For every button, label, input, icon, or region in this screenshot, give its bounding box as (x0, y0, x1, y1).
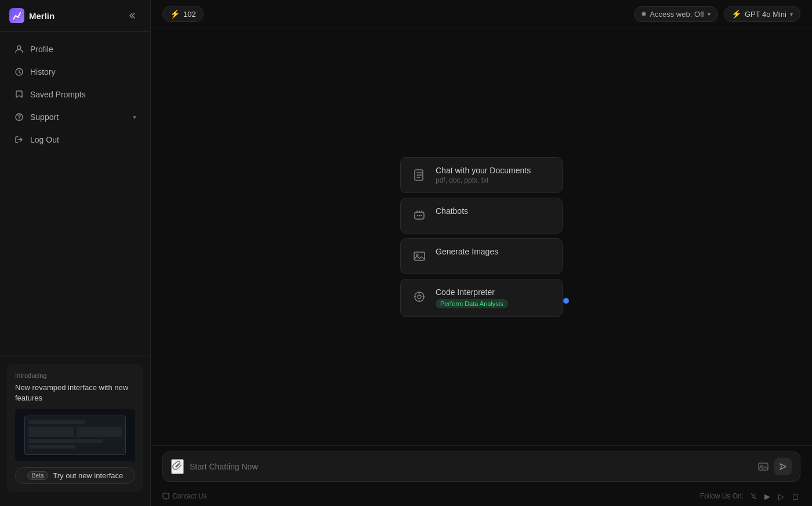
feature-card-badge: Perform Data Analysis (436, 299, 508, 308)
youtube-icon[interactable]: ▶ (762, 491, 773, 501)
attach-button[interactable] (171, 459, 184, 474)
feature-card-code[interactable]: Code Interpreter Perform Data Analysis (400, 279, 563, 317)
feature-card-title: Code Interpreter (436, 287, 553, 297)
intro-title: New revamped interface with new features (15, 383, 135, 403)
feature-card-content: Code Interpreter Perform Data Analysis (436, 287, 553, 308)
svg-rect-14 (759, 463, 768, 470)
chevron-down-icon: ▾ (790, 11, 793, 17)
preview-box (77, 427, 122, 437)
main-bottom (151, 445, 812, 487)
document-icon (410, 166, 429, 184)
social-links: 𝕏 ▶ ▷ ◻ (748, 491, 800, 501)
header-right: Access web: Off ▾ ⚡ GPT 4o Mini ▾ (634, 6, 800, 22)
preview-box (28, 427, 74, 437)
sidebar-item-logout[interactable]: Log Out (5, 129, 146, 151)
sidebar-item-profile[interactable]: Profile (5, 38, 146, 60)
preview-image (15, 409, 135, 461)
main-header: ⚡ 102 Access web: Off ▾ ⚡ GPT 4o Mini ▾ (151, 0, 812, 28)
feature-card-content: Chatbots (436, 206, 553, 216)
contact-label: Contact Us (172, 492, 206, 500)
lightning-icon: ⚡ (170, 9, 180, 19)
support-icon (14, 112, 24, 122)
app-name: Merlin (29, 11, 55, 21)
feature-card-title: Generate Images (436, 247, 553, 256)
twitter-icon[interactable]: 𝕏 (748, 491, 759, 501)
web-toggle-button[interactable]: Access web: Off ▾ (634, 6, 718, 22)
user-icon (14, 44, 24, 54)
sidebar-item-history[interactable]: History (5, 61, 146, 83)
feature-card-content: Chat with your Documents pdf, doc, pptx,… (436, 166, 553, 184)
svg-point-11 (416, 254, 418, 256)
preview-bar (28, 420, 85, 424)
chat-input-row (162, 452, 800, 482)
lightning-icon: ⚡ (731, 9, 741, 19)
follow-label: Follow Us On: (700, 492, 744, 500)
feature-card-title: Chatbots (436, 206, 553, 216)
app-logo: Merlin (9, 8, 55, 23)
sidebar-header: Merlin (0, 0, 150, 32)
chat-input-field[interactable] (190, 462, 752, 471)
svg-point-13 (418, 295, 421, 298)
chatbot-icon (410, 206, 429, 225)
sidebar-item-label: Log Out (30, 135, 136, 144)
sidebar-nav: Profile History Saved Prompts (0, 32, 150, 356)
sidebar-item-label: Support (30, 112, 127, 122)
preview-line-sm (28, 445, 75, 449)
image-icon (410, 247, 429, 265)
contact-link[interactable]: Contact Us (162, 492, 206, 500)
preview-inner (24, 416, 126, 455)
sidebar-item-label: Profile (30, 45, 136, 54)
logout-icon (14, 134, 24, 145)
svg-point-0 (17, 46, 21, 49)
beta-button[interactable]: Beta Try out new interface (15, 467, 135, 484)
feature-card-title: Chat with your Documents (436, 166, 553, 175)
discord-icon[interactable]: ◻ (790, 491, 800, 501)
main-content: Chat with your Documents pdf, doc, pptx,… (151, 28, 812, 445)
main-footer: Contact Us Follow Us On: 𝕏 ▶ ▷ ◻ (151, 487, 812, 506)
toggle-dot (641, 12, 646, 16)
feature-card-images[interactable]: Generate Images (400, 238, 563, 274)
feature-card-content: Generate Images (436, 247, 553, 256)
svg-point-9 (420, 214, 422, 216)
bookmark-icon (14, 89, 24, 100)
sidebar-bottom: Introducing New revamped interface with … (0, 356, 150, 506)
model-select-button[interactable]: ⚡ GPT 4o Mini ▾ (724, 6, 800, 22)
tiktok-icon[interactable]: ▷ (776, 491, 786, 501)
footer-right: Follow Us On: 𝕏 ▶ ▷ ◻ (700, 491, 800, 501)
model-label: GPT 4o Mini (745, 10, 786, 19)
history-icon (14, 67, 24, 77)
credits-value: 102 (183, 10, 196, 19)
header-left: ⚡ 102 (162, 6, 204, 22)
chevron-down-icon: ▾ (708, 11, 710, 17)
feature-cards: Chat with your Documents pdf, doc, pptx,… (400, 157, 563, 317)
svg-rect-10 (414, 252, 425, 260)
feature-card-chatbots[interactable]: Chatbots (400, 198, 563, 234)
code-icon (410, 287, 429, 306)
beta-button-label: Try out new interface (53, 471, 123, 480)
sidebar-item-label: History (30, 67, 136, 77)
svg-point-7 (417, 214, 418, 216)
intro-card: Introducing New revamped interface with … (7, 364, 143, 492)
beta-badge: Beta (27, 471, 49, 480)
sidebar-item-saved-prompts[interactable]: Saved Prompts (5, 83, 146, 105)
collapse-button[interactable] (125, 9, 141, 23)
credits-badge[interactable]: ⚡ 102 (162, 6, 204, 22)
sidebar: Merlin Profile (0, 0, 151, 506)
web-toggle-label: Access web: Off (650, 10, 704, 19)
svg-point-3 (19, 119, 20, 120)
image-upload-button[interactable] (758, 461, 768, 472)
preview-line (28, 439, 104, 443)
logo-icon (9, 8, 24, 23)
send-button[interactable] (774, 458, 792, 475)
blue-dot-indicator (563, 298, 569, 304)
feature-card-subtitle: pdf, doc, pptx, txt (436, 176, 553, 184)
chevron-down-icon: ▾ (133, 113, 136, 121)
mockup (15, 409, 135, 461)
svg-point-8 (419, 214, 420, 216)
feature-card-documents[interactable]: Chat with your Documents pdf, doc, pptx,… (400, 157, 563, 193)
main-panel: ⚡ 102 Access web: Off ▾ ⚡ GPT 4o Mini ▾ (151, 0, 812, 506)
preview-row (28, 427, 122, 437)
sidebar-item-label: Saved Prompts (30, 90, 136, 99)
intro-label: Introducing (15, 372, 135, 379)
sidebar-item-support[interactable]: Support ▾ (5, 106, 146, 128)
